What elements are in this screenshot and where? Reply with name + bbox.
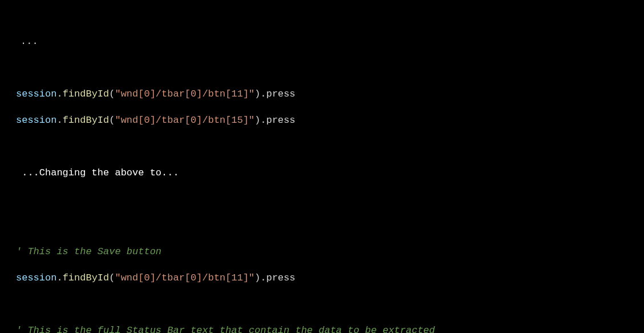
code-line: ...Changing the above to...	[16, 166, 628, 179]
code-line: ' This is the full Status Bar text that …	[16, 324, 628, 333]
token-ident: session	[16, 89, 56, 99]
token-string: "wnd[0]/tbar[0]/btn[11]"	[115, 272, 254, 283]
token-method: press	[266, 272, 295, 283]
token-method: findById	[63, 115, 110, 126]
code-line: session.findById("wnd[0]/tbar[0]/btn[15]…	[16, 114, 628, 127]
token-comment: ' This is the full Status Bar text that …	[16, 325, 435, 333]
code-line: ...	[16, 35, 628, 48]
token-punct: )	[254, 272, 260, 283]
code-line: session.findById("wnd[0]/tbar[0]/btn[11]…	[16, 271, 628, 284]
token-comment: ' This is the Save button	[16, 246, 161, 257]
token-punct: .	[261, 115, 266, 126]
blank-line	[16, 140, 628, 153]
blank-line	[16, 219, 628, 232]
code-line: session.findById("wnd[0]/tbar[0]/btn[11]…	[16, 87, 628, 101]
token-ident: session	[16, 272, 56, 283]
token-punct: (	[109, 89, 115, 99]
blank-line	[16, 61, 628, 74]
token-punct: .	[56, 115, 62, 126]
token-punct: )	[254, 89, 260, 99]
token-punct: .	[56, 272, 62, 283]
ellipsis: ...	[21, 36, 38, 47]
annotation-text: ...Changing the above to...	[16, 167, 179, 178]
code-editor[interactable]: ... session.findById("wnd[0]/tbar[0]/btn…	[0, 0, 644, 333]
token-punct: )	[254, 115, 260, 126]
token-string: "wnd[0]/tbar[0]/btn[15]"	[115, 115, 254, 126]
token-punct: (	[109, 272, 115, 283]
token-ident: session	[16, 115, 56, 126]
token-string: "wnd[0]/tbar[0]/btn[11]"	[115, 89, 254, 99]
token-punct: .	[261, 272, 266, 283]
code-line: ' This is the Save button	[16, 245, 628, 258]
token-method: press	[266, 89, 295, 99]
token-method: press	[266, 115, 295, 126]
token-method: findById	[63, 272, 110, 283]
token-punct: .	[261, 89, 266, 99]
token-punct: .	[56, 89, 62, 99]
blank-line	[16, 298, 628, 311]
token-method: findById	[63, 89, 110, 99]
blank-line	[16, 192, 628, 206]
token-punct: (	[109, 115, 115, 126]
